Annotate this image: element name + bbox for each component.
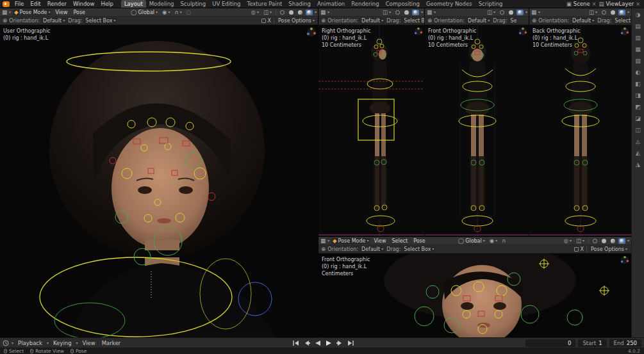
show-overlays-toggle[interactable]: ◫ ▾ xyxy=(575,238,586,244)
workspace-tab-animation[interactable]: Animation xyxy=(314,0,348,8)
menu-file[interactable]: File xyxy=(12,0,26,8)
tool-icon[interactable]: ⊕ xyxy=(3,18,7,24)
tool-icon[interactable]: ⊕ xyxy=(321,246,326,252)
viewlayer-selector[interactable]: ▤ ViewLayer × xyxy=(599,1,640,7)
orientation-setting-dropdown[interactable]: Default ▾ xyxy=(42,18,66,24)
show-overlays-toggle[interactable]: ◫ ▾ xyxy=(381,10,392,15)
navigation-gizmo[interactable] xyxy=(414,27,423,36)
frame-start-field[interactable]: Start 1 xyxy=(578,339,606,347)
transform-orientation-dropdown[interactable]: ◯ Global ▾ xyxy=(457,238,486,244)
navigation-gizmo[interactable] xyxy=(306,27,317,37)
workspace-tab-uv-editing[interactable]: UV Editing xyxy=(209,0,244,8)
shading-material-button[interactable] xyxy=(609,238,616,244)
tab-particles-icon[interactable]: ◩ xyxy=(635,104,641,110)
menu-edit[interactable]: Edit xyxy=(28,0,43,8)
orientation-setting-dropdown[interactable]: Default ▾ xyxy=(360,18,384,24)
viewport-canvas[interactable]: Back Orthographic (0) rig : hand_ik.L 10… xyxy=(529,25,631,237)
editor-type-icon[interactable]: ▦ xyxy=(2,10,7,15)
tool-icon[interactable]: ⊕ xyxy=(321,18,326,24)
shading-material-button[interactable] xyxy=(297,10,304,15)
workspace-tab-compositing[interactable]: Compositing xyxy=(383,0,423,8)
tab-output-icon[interactable]: ▥ xyxy=(635,35,641,41)
scene-selector[interactable]: ▣ Scene × xyxy=(566,1,597,7)
orientation-setting-dropdown[interactable]: Default ▾ xyxy=(571,18,595,24)
mirror-x-checkbox[interactable] xyxy=(261,19,266,23)
navigation-gizmo[interactable] xyxy=(620,27,629,36)
navigation-gizmo[interactable] xyxy=(620,255,629,264)
menu-help[interactable]: Help xyxy=(98,0,115,8)
menu-view[interactable]: View xyxy=(53,10,69,15)
drag-setting-dropdown[interactable]: Select Box ▾ xyxy=(613,18,631,24)
pose-options-dropdown[interactable]: Pose Options ▾ xyxy=(590,246,629,252)
pivot-point-dropdown[interactable]: ◉ ▾ xyxy=(488,238,499,244)
shading-wireframe-button[interactable] xyxy=(279,10,286,15)
menu-view[interactable]: View xyxy=(372,238,388,244)
menu-marker[interactable]: Marker xyxy=(100,340,122,346)
transform-orientation-dropdown[interactable]: ◯ Global ▾ xyxy=(129,10,159,15)
shading-wireframe-button[interactable] xyxy=(600,10,607,15)
shading-rendered-button[interactable] xyxy=(516,10,524,15)
proportional-edit-toggle[interactable]: ◌ xyxy=(185,10,192,15)
menu-pose[interactable]: Pose xyxy=(411,238,427,244)
shading-rendered-button[interactable] xyxy=(618,238,625,244)
shading-wireframe-button[interactable] xyxy=(499,10,506,15)
play-button[interactable] xyxy=(324,339,333,347)
play-reverse-button[interactable] xyxy=(313,339,322,347)
mirror-x-checkbox[interactable] xyxy=(574,247,579,252)
menu-window[interactable]: Window xyxy=(70,0,97,8)
tab-object-data-icon[interactable]: ◬ xyxy=(636,139,640,145)
orientation-setting-dropdown[interactable]: Default ▾ xyxy=(466,18,491,24)
tool-icon[interactable]: ⊕ xyxy=(427,18,432,24)
viewport-canvas[interactable]: Right Orthographic (0) rig : hand_ik.L 1… xyxy=(318,25,425,237)
menu-playback[interactable]: Playback xyxy=(16,340,44,346)
pose-options-dropdown[interactable]: Pose Options ▾ xyxy=(277,18,316,24)
tab-material-icon[interactable]: ◭ xyxy=(636,150,640,156)
viewport-canvas[interactable]: User Orthographic (0) rig : hand_ik.L xyxy=(0,25,318,337)
shading-rendered-button[interactable] xyxy=(618,10,625,15)
orientation-setting-dropdown[interactable]: Default ▾ xyxy=(360,246,384,252)
frame-end-field[interactable]: End 250 xyxy=(609,339,641,347)
shading-solid-button[interactable] xyxy=(600,238,607,244)
snap-toggle[interactable]: ∩ xyxy=(500,238,507,244)
tab-tool-icon[interactable]: ◑ xyxy=(636,12,641,18)
drag-setting-dropdown[interactable]: Select Box ▾ xyxy=(84,18,117,24)
shading-solid-button[interactable] xyxy=(609,10,616,15)
scene-unlink-icon[interactable]: × xyxy=(592,1,597,7)
shading-wireframe-button[interactable] xyxy=(394,10,401,15)
clock-icon[interactable] xyxy=(3,340,9,346)
workspace-tab-rendering[interactable]: Rendering xyxy=(348,0,382,8)
workspace-tab-modeling[interactable]: Modeling xyxy=(146,0,178,8)
editor-type-icon[interactable]: ▦ xyxy=(427,10,432,15)
drag-setting-dropdown[interactable]: Se xyxy=(509,18,518,24)
tab-render-icon[interactable]: ▤ xyxy=(635,24,641,29)
editor-type-icon[interactable]: ▦ xyxy=(320,10,326,15)
show-overlays-toggle[interactable]: ◫ ▾ xyxy=(262,10,273,15)
tab-world-icon[interactable]: ◐ xyxy=(636,70,641,76)
viewport-canvas[interactable]: Front Orthographic (0) rig : hand_ik.L 1… xyxy=(425,25,529,237)
current-frame-field[interactable]: 0 xyxy=(525,339,575,347)
jump-to-start-button[interactable] xyxy=(292,339,301,347)
blender-logo[interactable] xyxy=(3,1,10,7)
shading-wireframe-button[interactable] xyxy=(591,238,599,244)
menu-pose[interactable]: Pose xyxy=(71,10,87,15)
menu-keying[interactable]: Keying xyxy=(51,340,74,346)
menu-timeline-view[interactable]: View xyxy=(81,340,97,346)
tab-scene-icon[interactable]: ▧ xyxy=(635,58,641,64)
shading-solid-button[interactable] xyxy=(403,10,410,15)
prev-keyframe-button[interactable] xyxy=(302,339,311,347)
workspace-tab-texture-paint[interactable]: Texture Paint xyxy=(244,0,286,8)
tab-modifiers-icon[interactable]: ◨ xyxy=(635,93,641,99)
tab-view-layer-icon[interactable]: ▦ xyxy=(635,47,641,52)
workspace-tab-geometry-nodes[interactable]: Geometry Nodes xyxy=(423,0,475,8)
jump-to-end-button[interactable] xyxy=(346,339,355,347)
pivot-point-dropdown[interactable]: ◉ ▾ xyxy=(161,10,171,15)
mode-dropdown[interactable]: ◆ Pose Mode ▾ xyxy=(13,10,51,15)
show-overlays-toggle[interactable]: ◫ ▾ xyxy=(486,10,497,15)
tab-object-icon[interactable]: ◧ xyxy=(635,81,641,87)
navigation-gizmo[interactable] xyxy=(518,27,527,36)
menu-select[interactable]: Select xyxy=(390,238,409,244)
shading-rendered-button[interactable] xyxy=(412,10,419,15)
show-gizmo-toggle[interactable]: ◎ ▾ xyxy=(250,10,260,15)
shading-solid-button[interactable] xyxy=(508,10,515,15)
viewport-canvas[interactable]: Front Orthographic (0) rig : hand_ik.L C… xyxy=(318,253,631,337)
